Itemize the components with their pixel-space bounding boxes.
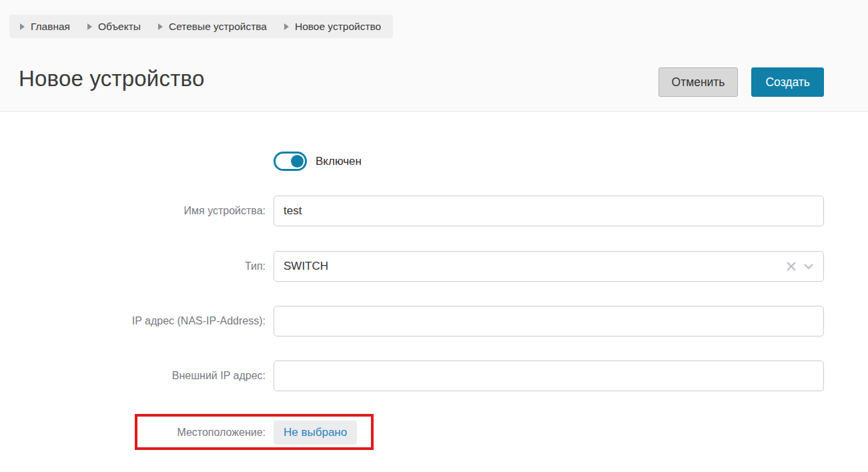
device-type-select[interactable]: SWITCH: [274, 251, 824, 282]
page-title: Новое устройство: [19, 66, 204, 91]
breadcrumb-item-new-device: Новое устройство: [284, 21, 381, 33]
device-type-value: SWITCH: [284, 260, 328, 273]
location-label: Местоположение:: [0, 427, 274, 439]
breadcrumb-label: Главная: [31, 21, 70, 33]
external-ip-input[interactable]: [274, 361, 824, 391]
enabled-toggle[interactable]: [274, 152, 307, 171]
breadcrumb: Главная Объекты Сетевые устройства Новое…: [9, 15, 393, 38]
toggle-knob: [291, 155, 304, 168]
nas-ip-input[interactable]: [274, 306, 824, 336]
device-name-input[interactable]: [274, 196, 824, 226]
header-actions: Отменить Создать: [659, 67, 824, 97]
device-name-label: Имя устройства:: [0, 205, 274, 217]
cancel-button[interactable]: Отменить: [659, 67, 739, 97]
enabled-toggle-row: Включен: [274, 152, 868, 171]
create-button[interactable]: Создать: [751, 67, 824, 97]
breadcrumb-label: Объекты: [98, 21, 141, 33]
breadcrumb-arrow-icon: [87, 23, 92, 30]
breadcrumb-item-home[interactable]: Главная: [20, 21, 70, 33]
location-select-button[interactable]: Не выбрано: [274, 421, 357, 445]
external-ip-row: Внешний IP адрес:: [0, 361, 868, 391]
external-ip-label: Внешний IP адрес:: [0, 370, 274, 382]
new-device-form: Включен Имя устройства: Тип: SWITCH: [0, 111, 868, 445]
breadcrumb-item-objects[interactable]: Объекты: [87, 21, 141, 33]
nas-ip-row: IP адрес (NAS-IP-Address):: [0, 306, 868, 336]
breadcrumb-label: Сетевые устройства: [169, 21, 267, 33]
breadcrumb-arrow-icon: [158, 23, 163, 30]
location-row: Местоположение: Не выбрано: [0, 421, 868, 445]
device-type-label: Тип:: [0, 260, 274, 272]
breadcrumb-arrow-icon: [20, 23, 25, 30]
breadcrumb-item-network-devices[interactable]: Сетевые устройства: [158, 21, 267, 33]
nas-ip-label: IP адрес (NAS-IP-Address):: [0, 315, 274, 327]
breadcrumb-arrow-icon: [284, 23, 289, 30]
device-type-row: Тип: SWITCH: [0, 251, 868, 282]
clear-icon[interactable]: [786, 261, 797, 272]
page-header: Главная Объекты Сетевые устройства Новое…: [0, 0, 868, 111]
device-name-row: Имя устройства:: [0, 196, 868, 226]
enabled-toggle-label: Включен: [316, 155, 362, 168]
chevron-down-icon[interactable]: [803, 261, 814, 272]
select-icons: [786, 252, 814, 281]
breadcrumb-label: Новое устройство: [295, 21, 381, 33]
